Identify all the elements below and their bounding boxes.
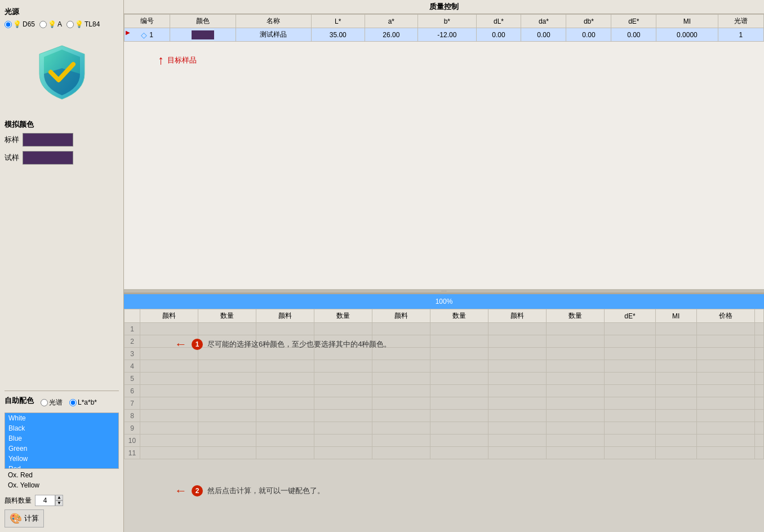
row-a: 26.00 (365, 28, 418, 42)
light-source-d65[interactable]: 💡 D65 (5, 20, 35, 28)
match-col-q2: 数量 (314, 309, 372, 323)
match-row-9[interactable]: 9 (125, 422, 764, 435)
match-row-6[interactable]: 6 (125, 385, 764, 397)
col-spectrum: 光谱 (718, 15, 763, 28)
match-table: 颜料 数量 颜料 数量 颜料 数量 颜料 数量 dE* MI 价格 (124, 309, 764, 459)
match-row-7[interactable]: 7 (125, 397, 764, 410)
row-l: 35.00 (311, 28, 365, 42)
resize-handle[interactable]: ⋯ (124, 289, 764, 292)
match-col-scroll (755, 309, 764, 323)
light-source-tl84[interactable]: 💡 TL84 (66, 20, 100, 28)
standard-color-row: 标样 (5, 133, 119, 147)
bottom-section: 100% 颜料 数量 颜料 数量 颜料 (124, 293, 764, 532)
light-source-title: 光源 (5, 7, 119, 17)
pigment-count-row: 颜料数量 ▲ ▼ (5, 495, 119, 506)
col-dl: dL* (476, 15, 521, 28)
ox-items: Ox. Red Ox. Yellow (5, 470, 119, 490)
col-color: 颜色 (170, 15, 236, 28)
match-row-1[interactable]: 1 (125, 323, 764, 335)
qc-middle-area: ↑ 目标样品 (124, 42, 764, 289)
left-panel: 光源 💡 D65 💡 A 💡 TL84 (0, 0, 124, 532)
up-arrow-icon: ↑ (158, 53, 164, 68)
match-col-mi: MI (655, 309, 696, 323)
spacer (5, 169, 119, 391)
list-item-white[interactable]: White (5, 413, 118, 423)
match-row-3[interactable]: 3 (125, 348, 764, 360)
pigment-count-down[interactable]: ▼ (55, 500, 63, 506)
sample-swatch (23, 151, 73, 165)
match-row-4[interactable]: 4 (125, 360, 764, 373)
light-source-a[interactable]: 💡 A (39, 20, 62, 28)
list-item-black[interactable]: Black (5, 423, 118, 433)
lab-label: L*a*b* (78, 398, 97, 406)
light-source-options: 💡 D65 💡 A 💡 TL84 (5, 20, 119, 28)
ox-red-item[interactable]: Ox. Red (5, 470, 119, 480)
spectrum-label: 光谱 (49, 398, 63, 407)
calc-icon: 🎨 (10, 512, 22, 525)
pigment-count-up[interactable]: ▲ (55, 495, 63, 500)
table-row[interactable]: ▶ ◇ 1 测试样品 35.00 26.00 (125, 28, 764, 42)
shield-container (5, 37, 119, 110)
match-col-q1: 数量 (198, 309, 256, 323)
list-item-red[interactable]: Red (5, 464, 118, 469)
match-col-p4: 颜料 (488, 309, 547, 323)
progress-text: 100% (436, 298, 453, 305)
match-row-11[interactable]: 11 (125, 447, 764, 459)
simulated-color-section: 模拟颜色 标样 试样 (5, 117, 119, 169)
progress-bar: 100% (124, 294, 764, 309)
match-col-price: 价格 (696, 309, 754, 323)
match-row-10[interactable]: 10 (125, 435, 764, 447)
row-spectrum: 1 (718, 28, 763, 42)
standard-label: 标样 (5, 135, 23, 145)
row-b: -12.00 (418, 28, 476, 42)
row-name: 测试样品 (236, 28, 311, 42)
match-row-8[interactable]: 8 (125, 410, 764, 422)
match-header-row: 颜料 数量 颜料 数量 颜料 数量 颜料 数量 dE* MI 价格 (125, 309, 764, 323)
progress-bar-inner: 100% (126, 296, 762, 307)
col-a: a* (365, 15, 418, 28)
lab-radio[interactable]: L*a*b* (69, 398, 97, 406)
col-id: 编号 (125, 15, 170, 28)
simulated-color-title: 模拟颜色 (5, 119, 119, 130)
bulb-icon-a: 💡 (48, 20, 56, 28)
match-row-5[interactable]: 5 (125, 373, 764, 385)
qc-table-wrapper[interactable]: 编号 颜色 名称 L* a* b* dL* da* db* dE* MI 光谱 (124, 14, 764, 42)
spectrum-radio[interactable]: 光谱 (41, 398, 63, 407)
row-db: 0.00 (566, 28, 611, 42)
match-col-de: dE* (605, 309, 655, 323)
calc-button[interactable]: 🎨 计算 (5, 509, 44, 527)
target-label: 目标样品 (167, 55, 197, 65)
pigment-count-label: 颜料数量 (5, 496, 32, 506)
list-item-green[interactable]: Green (5, 444, 118, 454)
qc-table: 编号 颜色 名称 L* a* b* dL* da* db* dE* MI 光谱 (124, 14, 764, 42)
color-list[interactable]: White Black Blue Green Yellow Red (5, 413, 119, 469)
row-id: ▶ ◇ 1 (125, 28, 170, 42)
qc-section: 质量控制 编号 颜色 名称 L* a* b* dL* da* db (124, 0, 764, 293)
match-col-q4: 数量 (547, 309, 605, 323)
ox-yellow-item[interactable]: Ox. Yellow (5, 480, 119, 490)
row-dl: 0.00 (476, 28, 521, 42)
col-b: b* (418, 15, 476, 28)
col-mi: MI (656, 15, 718, 28)
auto-match-title: 自助配色 (5, 396, 34, 406)
list-item-blue[interactable]: Blue (5, 433, 118, 444)
bulb-icon-tl84: 💡 (75, 20, 83, 28)
pigment-count-input[interactable] (35, 495, 55, 506)
sample-color-row: 试样 (5, 151, 119, 165)
match-area: 颜料 数量 颜料 数量 颜料 数量 颜料 数量 dE* MI 价格 (124, 309, 764, 532)
sample-label: 试样 (5, 153, 23, 163)
calc-label: 计算 (24, 513, 39, 524)
match-col-p2: 颜料 (256, 309, 314, 323)
auto-match-section: 自助配色 光谱 L*a*b* White Black Blue Green Ye… (5, 391, 119, 527)
bulb-icon: 💡 (13, 20, 21, 28)
qc-title: 质量控制 (124, 0, 764, 14)
right-panel: 质量控制 编号 颜色 名称 L* a* b* dL* da* db (124, 0, 764, 532)
col-name: 名称 (236, 15, 311, 28)
match-col-p1: 颜料 (140, 309, 198, 323)
row-de: 0.00 (611, 28, 656, 42)
list-item-yellow[interactable]: Yellow (5, 454, 118, 464)
match-table-wrapper[interactable]: 颜料 数量 颜料 数量 颜料 数量 颜料 数量 dE* MI 价格 (124, 309, 764, 532)
match-row-2[interactable]: 2 (125, 335, 764, 348)
match-col-num (125, 309, 140, 323)
light-source-section: 光源 💡 D65 💡 A 💡 TL84 (5, 5, 119, 28)
